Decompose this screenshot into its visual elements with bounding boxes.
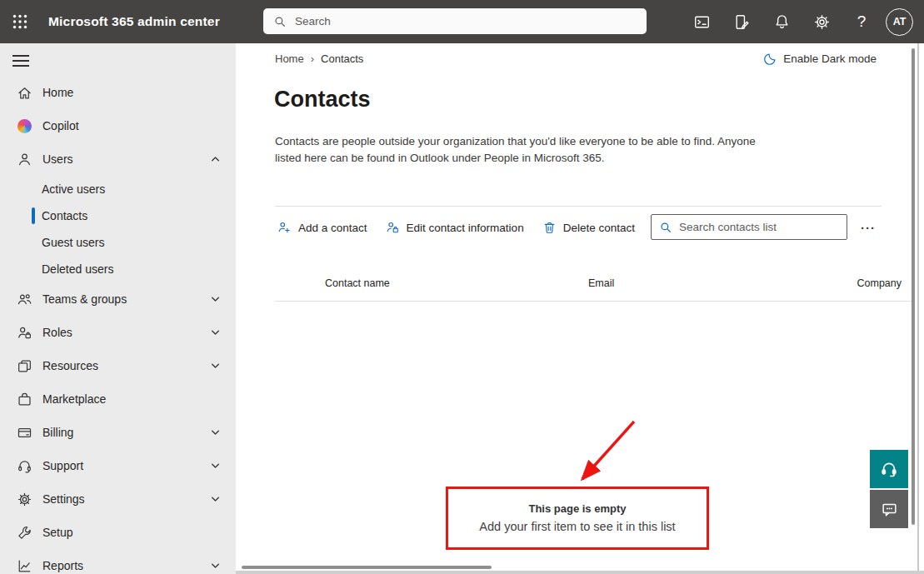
vertical-scrollbar-track[interactable] xyxy=(917,43,919,574)
edit-person-icon xyxy=(386,221,400,235)
more-actions-button[interactable]: ··· xyxy=(854,217,882,238)
settings-icon xyxy=(17,492,32,507)
terminal-icon xyxy=(693,13,711,31)
contacts-toolbar: Add a contact Edit contact information xyxy=(277,212,635,243)
help-button[interactable]: ? xyxy=(842,0,882,43)
sidebar-item-deleted-users[interactable]: Deleted users xyxy=(0,256,236,282)
column-email[interactable]: Email xyxy=(588,277,614,289)
gear-icon xyxy=(813,13,831,31)
breadcrumb-separator-icon: › xyxy=(311,52,314,65)
add-contact-button[interactable]: Add a contact xyxy=(277,221,367,235)
delete-contact-button[interactable]: Delete contact xyxy=(542,221,635,235)
reports-icon xyxy=(17,558,32,574)
bell-icon xyxy=(773,13,791,31)
moon-icon xyxy=(763,52,777,66)
copilot-icon xyxy=(17,118,32,134)
breadcrumb-current: Contacts xyxy=(321,52,363,65)
help-icon: ? xyxy=(857,12,867,31)
sidebar-item-label: Users xyxy=(42,152,73,166)
account-avatar[interactable]: AT xyxy=(886,8,913,36)
vertical-scrollbar-thumb[interactable] xyxy=(912,48,915,525)
sidebar-item-active-users[interactable]: Active users xyxy=(0,176,236,202)
headset-icon xyxy=(880,460,898,478)
search-icon xyxy=(273,15,287,28)
search-icon xyxy=(659,221,672,234)
contacts-table-header: Contact name Email Company xyxy=(236,277,924,296)
column-contact-name[interactable]: Contact name xyxy=(325,277,390,289)
top-bar-actions: ? AT xyxy=(682,0,924,43)
chevron-down-icon xyxy=(210,461,221,472)
sidebar-item-label: Contacts xyxy=(42,209,87,222)
users-icon xyxy=(17,152,32,167)
sidebar-item-teams-groups[interactable]: Teams & groups xyxy=(0,282,236,316)
sidebar-item-support[interactable]: Support xyxy=(0,449,236,482)
chevron-down-icon xyxy=(210,427,221,438)
sidebar-item-home[interactable]: Home xyxy=(0,76,236,109)
sidebar-item-settings[interactable]: Settings xyxy=(0,482,236,516)
sidebar-item-roles[interactable]: Roles xyxy=(0,316,236,349)
empty-state-annotation-box: This page is empty Add your first item t… xyxy=(446,487,709,550)
feedback-button[interactable] xyxy=(870,490,908,528)
chevron-down-icon xyxy=(210,294,221,305)
m365-admin-center-window: Microsoft 365 admin center xyxy=(0,0,924,574)
add-person-icon xyxy=(277,221,292,235)
sidebar-item-label: Support xyxy=(42,459,83,472)
chevron-down-icon xyxy=(210,494,221,505)
main-content: Home › Contacts Enable Dark mode Contact… xyxy=(236,43,924,574)
sidebar-item-guest-users[interactable]: Guest users xyxy=(0,229,236,256)
sidebar-item-label: Guest users xyxy=(42,236,104,249)
chevron-down-icon xyxy=(210,361,221,372)
mobile-app-button[interactable] xyxy=(722,0,762,43)
app-launcher-button[interactable] xyxy=(0,0,40,43)
global-search[interactable] xyxy=(263,8,647,34)
edit-contact-button[interactable]: Edit contact information xyxy=(386,221,524,235)
breadcrumb: Home › Contacts xyxy=(275,52,363,65)
help-support-button[interactable] xyxy=(870,450,908,488)
chevron-up-icon xyxy=(210,154,221,165)
sidebar-item-marketplace[interactable]: Marketplace xyxy=(0,382,236,416)
table-header-divider xyxy=(275,301,913,302)
page-title: Contacts xyxy=(274,87,371,112)
page-description-line: listed here can be found in Outlook unde… xyxy=(275,150,756,167)
toolbar-top-divider xyxy=(275,206,882,207)
sidebar-item-label: Deleted users xyxy=(42,262,113,276)
sidebar-item-label: Resources xyxy=(42,359,98,372)
sidebar-item-label: Copilot xyxy=(42,119,79,132)
comment-icon xyxy=(881,501,898,518)
collapse-nav-button[interactable] xyxy=(12,52,32,68)
notifications-button[interactable] xyxy=(762,0,802,43)
teams-icon xyxy=(17,292,32,307)
sidebar-item-reports[interactable]: Reports xyxy=(0,549,236,574)
column-company[interactable]: Company xyxy=(857,277,902,289)
page-description: Contacts are people outside your organiz… xyxy=(275,133,756,167)
sidebar-item-billing[interactable]: Billing xyxy=(0,416,236,449)
settings-button[interactable] xyxy=(802,0,842,43)
sidebar-item-setup[interactable]: Setup xyxy=(0,516,236,549)
horizontal-scrollbar-thumb[interactable] xyxy=(242,566,492,569)
left-navigation: HomeCopilotUsersActive usersContactsGues… xyxy=(0,43,236,574)
empty-state-subtitle: Add your first item to see it in this li… xyxy=(448,520,707,533)
nav-list: HomeCopilotUsersActive usersContactsGues… xyxy=(0,76,236,574)
home-icon xyxy=(17,85,32,101)
sidebar-item-contacts[interactable]: Contacts xyxy=(0,202,236,229)
sidebar-item-label: Active users xyxy=(42,182,105,196)
contacts-search-box[interactable] xyxy=(651,214,847,240)
sidebar-item-label: Reports xyxy=(42,559,83,572)
sidebar-item-label: Marketplace xyxy=(42,392,106,406)
sidebar-item-label: Home xyxy=(42,86,73,99)
roles-icon xyxy=(17,325,32,341)
breadcrumb-home-link[interactable]: Home xyxy=(275,52,304,65)
terminal-button[interactable] xyxy=(682,0,722,43)
chevron-down-icon xyxy=(210,561,221,572)
sidebar-item-resources[interactable]: Resources xyxy=(0,349,236,382)
page-description-line: Contacts are people outside your organiz… xyxy=(275,133,756,150)
billing-icon xyxy=(17,425,32,441)
dark-mode-toggle[interactable]: Enable Dark mode xyxy=(763,52,877,66)
contacts-search-input[interactable] xyxy=(679,221,833,233)
sidebar-item-users[interactable]: Users xyxy=(0,142,236,176)
empty-state-title: This page is empty xyxy=(448,502,707,515)
support-icon xyxy=(17,458,32,474)
sidebar-item-copilot[interactable]: Copilot xyxy=(0,109,236,142)
sidebar-item-label: Settings xyxy=(42,492,85,506)
global-search-input[interactable] xyxy=(295,15,612,27)
